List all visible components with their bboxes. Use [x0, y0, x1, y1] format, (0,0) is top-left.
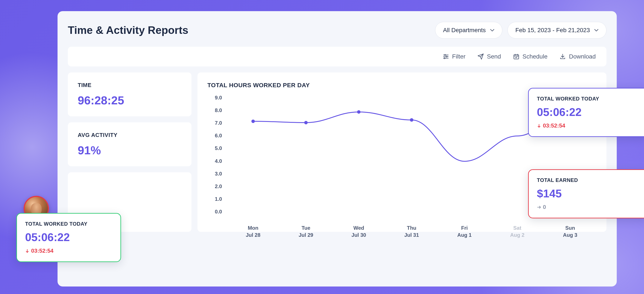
worked-today-right-label: TOTAL WORKED TODAY: [537, 96, 640, 102]
x-label: TueJul 29: [280, 224, 332, 239]
y-tick: 4.0: [212, 158, 222, 164]
arrow-down-icon: [25, 249, 30, 253]
y-tick: 7.0: [212, 120, 222, 126]
worked-today-card-left: TOTAL WORKED TODAY 05:06:22 03:52:54: [16, 213, 121, 262]
x-label: SunAug 3: [544, 224, 596, 239]
time-card: TIME 96:28:25: [68, 72, 192, 116]
header: Time & Activity Reports All Departments …: [68, 22, 606, 39]
x-axis-labels: MonJul 28TueJul 29WedJul 30ThuJul 31FriA…: [227, 224, 596, 239]
y-tick: 9.0: [212, 95, 222, 101]
arrow-right-icon: [537, 205, 541, 209]
chart-marker: [410, 118, 414, 122]
chevron-down-icon: [594, 29, 598, 31]
download-button[interactable]: Download: [560, 53, 596, 60]
y-tick: 5.0: [212, 145, 222, 151]
filter-label: Filter: [452, 53, 466, 60]
send-button[interactable]: Send: [478, 53, 501, 60]
x-label: ThuJul 31: [385, 224, 438, 239]
svg-point-5: [444, 58, 445, 59]
y-tick: 2.0: [212, 183, 222, 189]
avg-activity-card: AVG ACTIVITY 91%: [68, 122, 192, 166]
y-tick: 6.0: [212, 133, 222, 139]
date-range-label: Feb 15, 2023 - Feb 21,2023: [516, 27, 590, 34]
y-axis-ticks: 9.08.07.06.05.04.03.02.01.00.0: [212, 95, 222, 215]
download-label: Download: [569, 53, 596, 60]
filter-button[interactable]: Filter: [443, 53, 466, 60]
worked-today-right-delta-value: 03:52:54: [543, 122, 565, 129]
total-earned-card: TOTAL EARNED $145 0: [528, 169, 644, 218]
x-label: FriAug 1: [438, 224, 491, 239]
svg-point-1: [444, 54, 446, 55]
total-earned-delta-value: 0: [543, 204, 546, 210]
send-label: Send: [487, 53, 501, 60]
x-label: WedJul 30: [332, 224, 385, 239]
schedule-label: Schedule: [522, 53, 548, 60]
department-dropdown[interactable]: All Departments: [435, 22, 502, 39]
download-icon: [560, 53, 566, 60]
total-earned-value: $145: [537, 187, 640, 200]
worked-today-left-value: 05:06:22: [25, 231, 112, 244]
worked-today-left-label: TOTAL WORKED TODAY: [25, 221, 112, 227]
y-tick: 3.0: [212, 171, 222, 177]
main-grid: TIME 96:28:25 AVG ACTIVITY 91% TOTAL HOU…: [68, 72, 606, 232]
arrow-down-icon: [537, 124, 541, 128]
worked-today-card-right: TOTAL WORKED TODAY 05:06:22 03:52:54: [528, 88, 644, 137]
worked-today-left-delta-value: 03:52:54: [31, 248, 54, 254]
x-label: MonJul 28: [227, 224, 280, 239]
svg-point-3: [446, 56, 447, 57]
x-label: SatAug 2: [491, 224, 544, 239]
time-value: 96:28:25: [78, 94, 182, 107]
chart-marker: [357, 110, 360, 114]
y-tick: 1.0: [212, 196, 222, 202]
y-tick: 0.0: [212, 209, 222, 215]
schedule-button[interactable]: Schedule: [513, 53, 548, 60]
total-earned-label: TOTAL EARNED: [537, 177, 640, 183]
toolbar: Filter Send Schedule Download: [68, 47, 606, 66]
filter-icon: [443, 53, 449, 60]
worked-today-right-delta: 03:52:54: [537, 122, 640, 129]
department-dropdown-label: All Departments: [443, 27, 486, 34]
time-label: TIME: [78, 82, 182, 89]
left-column: TIME 96:28:25 AVG ACTIVITY 91%: [68, 72, 192, 232]
y-tick: 8.0: [212, 107, 222, 113]
avg-activity-value: 91%: [78, 144, 182, 157]
date-range-dropdown[interactable]: Feb 15, 2023 - Feb 21,2023: [508, 22, 606, 39]
dashboard-panel: Time & Activity Reports All Departments …: [58, 11, 617, 287]
worked-today-left-delta: 03:52:54: [25, 248, 112, 254]
total-earned-delta: 0: [537, 204, 640, 210]
send-icon: [478, 53, 484, 60]
header-dropdowns: All Departments Feb 15, 2023 - Feb 21,20…: [435, 22, 606, 39]
calendar-icon: [513, 53, 520, 60]
svg-rect-6: [514, 55, 519, 59]
chart-marker: [251, 120, 255, 123]
worked-today-right-value: 05:06:22: [537, 106, 640, 119]
chevron-down-icon: [490, 29, 494, 31]
page-title: Time & Activity Reports: [68, 24, 188, 36]
avg-activity-label: AVG ACTIVITY: [78, 132, 182, 139]
chart-marker: [304, 121, 308, 124]
